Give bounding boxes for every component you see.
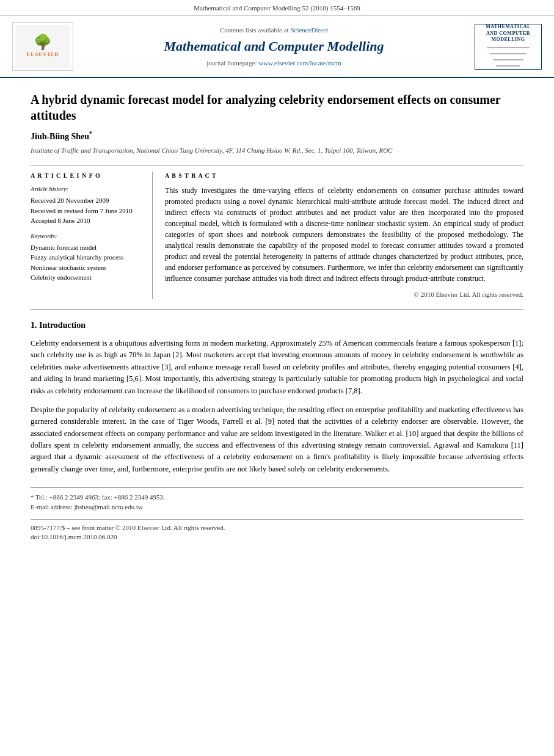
abstract-panel: A B S T R A C T This study investigates … <box>165 172 523 299</box>
keyword-2: Fuzzy analytical hierarchy process <box>31 252 142 263</box>
keyword-3: Nonlinear stochastic system <box>31 263 142 273</box>
journal-logo-box: MATHEMATICALAND COMPUTERMODELLING ══════… <box>475 24 542 70</box>
article-info-heading: A R T I C L E I N F O <box>31 172 142 180</box>
keyword-4: Celebrity endorsement <box>31 272 142 283</box>
history-heading: Article history: <box>31 185 142 194</box>
journal-center: Contents lists available at ScienceDirec… <box>73 26 475 68</box>
intro-heading: 1. Introduction <box>31 319 523 332</box>
author-name: Jiuh-Biing Sheu* <box>31 129 523 142</box>
footer-issn: 0895-7177/$ – see front matter © 2010 El… <box>31 523 523 532</box>
copyright-notice: © 2010 Elsevier Ltd. All rights reserved… <box>165 290 523 299</box>
journal-volume-info: Mathematical and Computer Modelling 52 (… <box>0 0 554 16</box>
section-divider <box>31 309 523 310</box>
affiliation: Institute of Traffic and Transportation,… <box>31 146 523 155</box>
abstract-heading: A B S T R A C T <box>165 172 523 180</box>
intro-para-1: Celebrity endorsement is a ubiquitous ad… <box>31 338 523 397</box>
keywords-section: Keywords: Dynamic forecast model Fuzzy a… <box>31 232 142 283</box>
article-info-panel: A R T I C L E I N F O Article history: R… <box>31 172 153 299</box>
footnote-email: E-mail address: jbsheu@mail.nctu.edu.tw <box>31 503 523 512</box>
footnote-area: * Tel.: +886 2 2349 4963; fax: +886 2 23… <box>31 487 523 512</box>
sciencedirect-link[interactable]: ScienceDirect <box>290 26 328 34</box>
revised-date: Received in revised form 7 June 2010 <box>31 206 142 216</box>
footer-doi: doi:10.1016/j.mcm.2010.06.020 <box>31 532 523 542</box>
elsevier-logo: 🌳 ELSEVIER <box>12 22 73 71</box>
article-history: Article history: Received 20 November 20… <box>31 185 142 226</box>
journal-header: 🌳 ELSEVIER Contents lists available at S… <box>0 16 554 78</box>
article-info-abstract: A R T I C L E I N F O Article history: R… <box>31 165 523 299</box>
introduction-section: 1. Introduction Celebrity endorsement is… <box>31 319 523 475</box>
keyword-1: Dynamic forecast model <box>31 242 142 253</box>
received-date: Received 20 November 2009 <box>31 195 142 206</box>
accepted-date: Accepted 8 June 2010 <box>31 216 142 226</box>
content-area: A hybrid dynamic forecast model for anal… <box>0 92 554 542</box>
journal-logo-right: MATHEMATICALAND COMPUTERMODELLING ══════… <box>475 24 542 70</box>
paper-title: A hybrid dynamic forecast model for anal… <box>31 92 523 123</box>
footer-bar: 0895-7177/$ – see front matter © 2010 El… <box>31 519 523 542</box>
abstract-text: This study investigates the time-varying… <box>165 185 523 284</box>
intro-para-2: Despite the popularity of celebrity endo… <box>31 404 523 475</box>
journal-homepage: journal homepage: www.elsevier.com/locat… <box>73 59 475 68</box>
footnote-contact: * Tel.: +886 2 2349 4963; fax: +886 2 23… <box>31 493 523 502</box>
keywords-heading: Keywords: <box>31 232 142 241</box>
elsevier-tree-icon: 🌳 <box>34 35 52 49</box>
sciencedirect-line: Contents lists available at ScienceDirec… <box>73 26 475 35</box>
journal-title: Mathematical and Computer Modelling <box>73 37 475 56</box>
homepage-link[interactable]: www.elsevier.com/locate/mcm <box>258 59 341 67</box>
